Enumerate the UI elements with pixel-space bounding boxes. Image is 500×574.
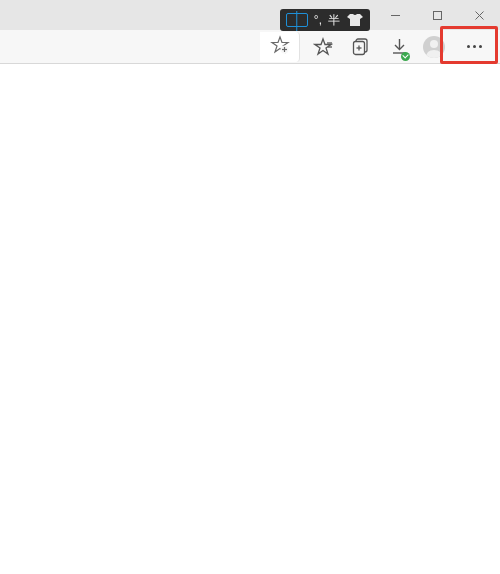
menu-button[interactable] [450,32,498,62]
svg-rect-1 [433,11,441,19]
maximize-button[interactable] [416,0,458,30]
profile-button[interactable] [418,32,450,62]
ime-input-icon [286,13,308,27]
close-button[interactable] [458,0,500,30]
download-complete-badge [401,52,410,61]
window-controls [374,0,500,30]
svg-point-15 [430,40,438,48]
avatar-icon [423,36,445,58]
minimize-button[interactable] [374,0,416,30]
collections-button[interactable] [342,32,380,62]
page-content [0,64,500,574]
title-bar: °, 半 [0,0,500,30]
address-bar-end [260,32,300,62]
collections-icon [352,37,371,56]
add-favorite-icon[interactable] [270,35,290,59]
star-icon [313,37,333,57]
ime-mode: 半 [328,14,340,26]
downloads-button[interactable] [380,32,418,62]
tshirt-icon [346,13,364,27]
more-icon [467,45,482,48]
ime-indicator[interactable]: °, 半 [280,9,370,31]
ime-punct: °, [314,14,322,26]
toolbar [0,30,500,64]
favorites-button[interactable] [304,32,342,62]
